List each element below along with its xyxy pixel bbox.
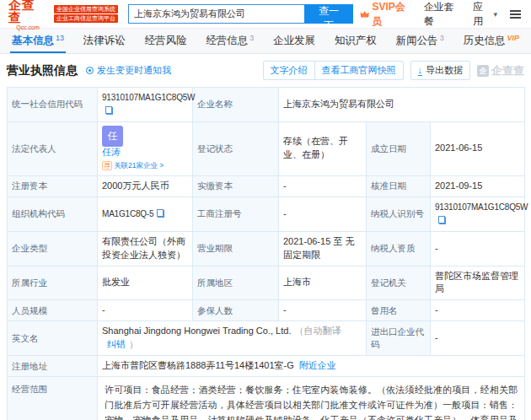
tab-label: 企业发展 — [273, 34, 315, 48]
cell-text: 注册地址 — [12, 361, 47, 371]
establish-date-value: 2021-06-15 — [431, 121, 525, 175]
cell-text: 存续（在营、开业、在册） — [283, 136, 348, 159]
field-label: 企业名称 — [193, 88, 279, 122]
copy-icon[interactable] — [438, 216, 446, 224]
table-row: 统一社会信用代码91310107MA1G1C8Q5W企业名称上海京东鸿为贸易有限… — [8, 88, 525, 122]
field-label: 参保人数 — [193, 300, 279, 321]
notify-label: 发生变更时通知我 — [97, 64, 171, 77]
legal-rep-avatar[interactable]: 任 — [102, 126, 123, 147]
table-row: 所属行业批发业所属地区上海市登记机关普陀区市场监督管理局 — [8, 266, 525, 300]
cell-text: 注册资本 — [12, 180, 47, 191]
top-nav-links: SVIP会员 企业套餐 应用 ▾ — [360, 0, 523, 29]
tab-label: 历史信息 — [463, 34, 505, 48]
section-actions: 文字介绍 查看工商官网快照 ↓ 导出数据 企 企查查 — [263, 61, 525, 80]
section-header: 营业执照信息 发生变更时通知我 文字介绍 查看工商官网快照 ↓ 导出数据 企 企… — [0, 54, 531, 85]
cell-text: 2021-06-15 — [435, 143, 482, 153]
field-value: 2000万元人民币 — [98, 175, 193, 197]
business-license-table: 统一社会信用代码91310107MA1G1C8Q5W企业名称上海京东鸿为贸易有限… — [7, 87, 525, 420]
export-data-button[interactable]: ↓ 导出数据 — [410, 61, 471, 80]
export-label: 导出数据 — [426, 64, 463, 77]
field-value: 普陀区市场监督管理局 — [431, 266, 525, 300]
correction-link[interactable]: 纠错 — [107, 339, 126, 349]
cell-text: 纳税人资质 — [371, 243, 416, 253]
text-intro-link[interactable]: 文字介绍 — [264, 62, 314, 79]
top-header: 企查查 Qcc.com 全国企业信用查询系统 企业工商信息查询平台 查一下 SV… — [0, 0, 531, 29]
cell-text: - — [283, 208, 287, 218]
field-value: 上海市普陀区曹杨路1888弄11号14楼1401室-G附近企业 — [98, 356, 525, 377]
field-label: 人员规模 — [8, 300, 98, 321]
registered-address-value: 上海市普陀区曹杨路1888弄11号14楼1401室-G — [102, 360, 294, 370]
download-icon: ↓ — [418, 66, 423, 76]
menu-icon[interactable] — [508, 8, 523, 20]
tab-label: 法律诉讼 — [83, 34, 126, 48]
field-value: - — [279, 197, 367, 231]
notify-change-link[interactable]: 发生变更时通知我 — [86, 64, 171, 77]
field-label: 实缴资本 — [193, 175, 279, 197]
field-label: 纳税人识别号 — [367, 197, 431, 231]
field-value: - — [431, 300, 525, 321]
related-companies-link[interactable]: 关联21家企业 > — [114, 161, 164, 170]
search-button[interactable]: 查一下 — [304, 4, 353, 24]
cell-text: 上海市 — [283, 277, 311, 287]
enterprise-package-link[interactable]: 企业套餐 — [424, 0, 462, 29]
field-value: - — [279, 300, 367, 321]
section-title: 营业执照信息 — [7, 63, 78, 78]
field-label: 登记状态 — [193, 121, 279, 175]
brand-slogan: 全国企业信用查询系统 企业工商信息查询平台 — [54, 5, 118, 23]
field-value: 91310107MA1G1C8Q5W — [431, 197, 525, 231]
cell-text: 批发业 — [102, 277, 130, 287]
tab-legal-proceedings[interactable]: 法律诉讼 — [82, 29, 127, 53]
legal-rep-cell: 任任涛荐关联21家企业 > — [98, 121, 193, 175]
search-bar: 查一下 — [128, 4, 353, 24]
cell-text: 工商注册号 — [197, 208, 242, 218]
cell-text: 上海京东鸿为贸易有限公司 — [283, 99, 394, 109]
credit-code-value: 91310107MA1G1C8Q5W — [98, 88, 193, 122]
field-label: 注册资本 — [8, 175, 98, 197]
cell-text: 曾用名 — [371, 305, 398, 315]
tab-basic-info[interactable]: 基本信息13 — [10, 29, 66, 53]
tab-company-development[interactable]: 企业发展 — [271, 29, 317, 53]
svip-member-link[interactable]: SVIP会员 — [360, 0, 413, 29]
copy-icon[interactable] — [105, 106, 113, 115]
legal-rep-related: 荐关联21家企业 > — [102, 159, 164, 172]
copy-icon[interactable] — [157, 209, 164, 218]
field-label: 核准日期 — [367, 175, 431, 197]
cell-text: 进出口企业代码 — [371, 326, 424, 349]
cell-text: - — [102, 304, 105, 315]
search-input[interactable] — [128, 4, 304, 24]
table-row: 法定代表人任任涛荐关联21家企业 >登记状态存续（在营、开业、在册）成立日期20… — [8, 121, 525, 175]
watermark-label: 企查查 — [491, 63, 524, 78]
cell-text: - — [435, 332, 438, 342]
field-label: 营业期限 — [193, 231, 279, 266]
cell-text: 91310107MA1G1C8Q5W — [102, 93, 195, 102]
cell-text: 普陀区市场监督管理局 — [435, 271, 518, 294]
field-label: 登记机关 — [367, 266, 431, 300]
table-row: 人员规模-参保人数-曾用名- — [8, 300, 525, 321]
svip-label: SVIP会员 — [372, 0, 412, 29]
field-label: 成立日期 — [367, 121, 431, 175]
cell-text: 登记状态 — [197, 143, 233, 153]
legal-rep-link[interactable]: 任涛 — [102, 147, 164, 158]
text-part: ） — [129, 339, 138, 349]
tab-news-announcements[interactable]: 新闻公告3 — [394, 29, 446, 53]
cell-text: 2021-09-15 — [435, 180, 482, 191]
official-snapshot-link[interactable]: 查看工商官网快照 — [315, 62, 403, 79]
cell-text: 核准日期 — [371, 180, 406, 191]
field-label: 经营范围 — [8, 377, 98, 420]
english-name-value: Shanghai Jingdong Hongwei Trading Co., L… — [102, 326, 291, 336]
tab-history-info[interactable]: 历史信息VIP — [461, 29, 521, 53]
bell-icon — [86, 67, 94, 74]
tab-intellectual-property[interactable]: 知识产权 — [333, 29, 378, 53]
field-value: - — [431, 231, 525, 266]
qcc-logo[interactable]: 企查查 Qcc.com — [8, 0, 47, 30]
tab-business-risk[interactable]: 经营风险 — [143, 29, 189, 53]
apps-menu[interactable]: 应用 ▾ — [473, 0, 497, 29]
cell-text: 统一社会信用代码 — [12, 99, 83, 109]
field-value: 2021-09-15 — [431, 175, 525, 197]
nearby-companies-link[interactable]: 附近企业 — [299, 360, 336, 370]
field-label: 注册地址 — [8, 356, 98, 377]
cell-text: 经营范围 — [12, 384, 47, 394]
tab-business-info[interactable]: 经营信息3 — [204, 29, 255, 53]
registration-status-value: 存续（在营、开业、在册） — [279, 121, 367, 175]
cell-text: 参保人数 — [197, 305, 233, 315]
